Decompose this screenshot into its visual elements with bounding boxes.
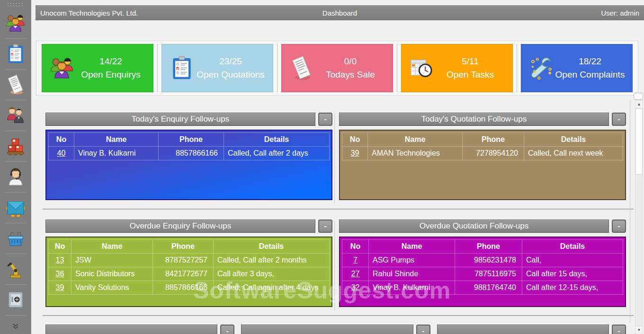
row-number-link[interactable]: 7	[353, 256, 358, 264]
row-number-link[interactable]: 32	[351, 283, 360, 291]
no-cell: 40	[49, 147, 74, 160]
sidebar-item-customers[interactable]	[4, 104, 27, 127]
name-cell: JSW	[72, 254, 153, 267]
column-header[interactable]: Phone	[153, 240, 214, 254]
man-woman-icon	[5, 105, 27, 126]
sidebar-item-basket[interactable]	[4, 227, 27, 250]
panel-title	[437, 325, 609, 334]
name-cell: Sonic Distributors	[72, 267, 153, 281]
no-cell: 7	[342, 254, 369, 267]
column-header[interactable]: No	[342, 133, 368, 147]
vertical-scrollbar[interactable]: ▲ ▼	[635, 100, 643, 334]
kpi-value: 23/25	[195, 55, 266, 68]
name-cell: ASG Pumps	[369, 254, 455, 267]
column-header[interactable]: No	[49, 240, 72, 254]
no-cell: 39	[342, 147, 368, 160]
sidebar-item-products[interactable]	[4, 135, 27, 158]
sidebar-separator	[5, 192, 27, 193]
scrollbar-thumb[interactable]	[635, 108, 643, 175]
sidebar-overflow-chevron[interactable]	[0, 323, 31, 331]
row-number-link[interactable]: 39	[56, 283, 64, 291]
column-header[interactable]: Name	[368, 133, 463, 147]
sidebar-item-enquiries[interactable]	[4, 12, 27, 35]
sidebar-item-sales[interactable]	[4, 73, 27, 96]
scroll-up-arrow[interactable]: ▲	[635, 101, 643, 108]
header-bar: Unocom Technologies Pvt. Ltd. Dashboard …	[36, 5, 644, 20]
card-separator	[157, 44, 158, 92]
horizontal-divider	[43, 209, 634, 210]
column-header[interactable]: Details	[224, 133, 330, 147]
clipboard-icon	[5, 43, 27, 65]
no-cell: 13	[49, 254, 72, 267]
details-cell: Called, Call after 2 days	[224, 147, 330, 160]
column-header[interactable]: Phone	[159, 133, 224, 147]
kpi-card-open-complaints[interactable]: 18/22 Open Complaints	[521, 44, 633, 92]
sidebar-item-mail[interactable]	[4, 196, 27, 219]
column-header[interactable]: Details	[524, 133, 623, 147]
kpi-card-open-enquirys[interactable]: 14/22 Open Enquirys	[42, 44, 153, 92]
column-header[interactable]: No	[342, 240, 369, 254]
column-header[interactable]: Details	[522, 240, 623, 254]
name-cell: Rahul Shinde	[369, 267, 455, 281]
minimize-button[interactable]: -	[220, 325, 234, 334]
name-cell: Vinay B. Kulkarni	[74, 147, 159, 160]
panel-title: Today's Quotation Follow-ups	[339, 113, 609, 126]
card-separator	[397, 44, 397, 92]
people-group-icon	[49, 55, 75, 81]
phone-cell: 9856231478	[455, 254, 522, 267]
overdue-quotation-table: NoNamePhoneDetails 7ASG Pumps9856231478C…	[339, 237, 626, 307]
sidebar-separator	[5, 100, 27, 100]
row-number-link[interactable]: 39	[351, 149, 359, 157]
column-header[interactable]: Name	[369, 240, 455, 254]
table-row: 40Vinay B. Kulkarni8857866166Called, Cal…	[49, 147, 330, 160]
minimize-button[interactable]: -	[612, 113, 626, 126]
card-separator	[277, 44, 277, 92]
column-header[interactable]: Details	[214, 240, 330, 254]
kpi-card-todays-sale[interactable]: 0/0 Todays Sale	[281, 44, 393, 92]
kpi-card-open-quotations[interactable]: 23/25 Open Quotations	[161, 44, 273, 92]
row-number-link[interactable]: 27	[351, 270, 360, 278]
minimize-button[interactable]: -	[612, 220, 626, 233]
kpi-label: Open Quotations	[195, 68, 266, 81]
phone-cell: 8787527257	[153, 254, 214, 267]
sidebar-item-machines[interactable]	[4, 258, 27, 281]
minimize-button[interactable]: -	[318, 113, 332, 126]
row-number-link[interactable]: 40	[57, 149, 66, 157]
table-row: 7ASG Pumps9856231478Call,	[342, 254, 623, 267]
sidebar-grip-handle[interactable]	[7, 2, 25, 7]
table-row: 32Vinay B. Kulkarni9881764740Call after …	[342, 281, 623, 295]
phone-cell: 9881764740	[455, 281, 522, 295]
phone-cell: 8421772677	[153, 267, 214, 281]
column-header[interactable]: No	[49, 133, 74, 147]
details-cell: Call,	[522, 254, 623, 267]
panel-bottom-1: -	[45, 325, 234, 334]
column-header[interactable]: Phone	[455, 240, 522, 254]
sidebar-item-support[interactable]	[4, 166, 27, 188]
minimize-button[interactable]: -	[416, 325, 430, 334]
kpi-value: 14/22	[75, 55, 146, 68]
minimize-button[interactable]: -	[318, 220, 332, 233]
row-number-link[interactable]: 36	[56, 270, 64, 278]
boxes-pallet-icon	[5, 135, 27, 157]
table-row: 13JSW8787527257Called, Call after 2 mont…	[49, 254, 330, 267]
collapsed-button-partial[interactable]	[634, 93, 643, 100]
sidebar-item-quotations[interactable]	[4, 43, 27, 65]
enquiry-followups-table: NoNamePhoneDetails 40Vinay B. Kulkarni88…	[45, 130, 332, 200]
row-number-link[interactable]: 13	[56, 256, 64, 264]
panel-bottom-3: -	[437, 325, 626, 334]
user-label: User: admin	[357, 9, 639, 17]
sidebar-item-safe[interactable]	[4, 289, 27, 311]
scroll-down-arrow[interactable]: ▼	[635, 326, 643, 334]
minimize-button[interactable]: -	[612, 325, 626, 334]
details-cell: Called, Call next week	[524, 147, 623, 160]
details-cell: Call after 3 days,	[214, 267, 330, 281]
column-header[interactable]: Name	[72, 240, 153, 254]
panel-title	[45, 325, 217, 334]
column-header[interactable]: Name	[74, 133, 159, 147]
column-header[interactable]: Phone	[463, 133, 524, 147]
column-divider-line	[334, 114, 335, 203]
panel-title: Today's Enquiry Follow-ups	[45, 113, 315, 126]
sidebar	[0, 0, 31, 334]
kpi-card-open-tasks[interactable]: 5/11 Open Tasks	[401, 44, 513, 92]
panel-title: Overdue Enquiry Follow-ups	[45, 220, 315, 233]
